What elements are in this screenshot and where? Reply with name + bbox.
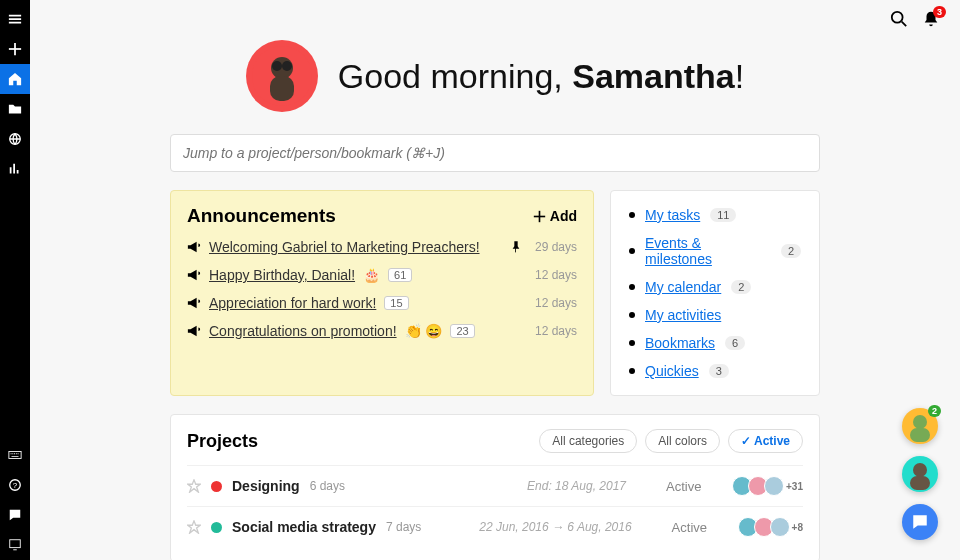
announcement-link[interactable]: Appreciation for hard work! — [209, 295, 376, 311]
emoji: 👏 😄 — [405, 323, 443, 339]
svg-point-9 — [272, 61, 282, 71]
fab-user-2[interactable] — [902, 456, 938, 492]
quicklink[interactable]: My calendar — [645, 279, 721, 295]
pin-icon — [511, 241, 521, 253]
project-color-dot — [211, 481, 222, 492]
floating-buttons: 2 — [902, 408, 938, 540]
announcements-panel: Announcements Add Welcoming Gabriel to M… — [170, 190, 594, 396]
fab-badge: 2 — [928, 405, 941, 417]
emoji: 🎂 — [363, 267, 380, 283]
quicklink[interactable]: Quickies — [645, 363, 699, 379]
svg-point-13 — [913, 463, 927, 477]
bullhorn-icon — [187, 240, 201, 254]
project-name: Designing — [232, 478, 300, 494]
announcement-link[interactable]: Congratulations on promotion! — [209, 323, 397, 339]
filter-colors[interactable]: All colors — [645, 429, 720, 453]
project-status: Active — [666, 479, 726, 494]
quicklink-item: Events & milestones2 — [629, 235, 801, 267]
project-date: 22 Jun, 2016 → 6 Aug, 2016 — [479, 520, 631, 534]
jump-input[interactable] — [170, 134, 820, 172]
quicklink-item: My calendar2 — [629, 279, 801, 295]
bullhorn-icon — [187, 296, 201, 310]
star-icon[interactable] — [187, 479, 201, 493]
projects-panel: Projects All categories All colors ✓Acti… — [170, 414, 820, 560]
quicklink[interactable]: Bookmarks — [645, 335, 715, 351]
svg-rect-1 — [9, 452, 21, 459]
quicklink[interactable]: My activities — [645, 307, 721, 323]
project-age: 6 days — [310, 479, 345, 493]
project-members: +8 — [742, 517, 803, 537]
count-badge: 61 — [388, 268, 412, 282]
announcement-days: 12 days — [535, 296, 577, 310]
svg-rect-8 — [270, 76, 294, 101]
announcements-title: Announcements — [187, 205, 336, 227]
project-date: End: 18 Aug, 2017 — [527, 479, 626, 493]
quicklink-count: 6 — [725, 336, 745, 350]
member-overflow: +31 — [786, 481, 803, 492]
announcement-item: Happy Birthday, Danial! 🎂 6112 days — [187, 267, 577, 283]
announcement-link[interactable]: Welcoming Gabriel to Marketing Preachers… — [209, 239, 480, 255]
add-announcement-button[interactable]: Add — [533, 208, 577, 224]
quicklink-item: Quickies3 — [629, 363, 801, 379]
announcement-days: 29 days — [535, 240, 577, 254]
greeting-prefix: Good morning, — [338, 57, 572, 95]
member-overflow: +8 — [792, 522, 803, 533]
help-icon[interactable]: ? — [0, 470, 30, 500]
quicklink-item: My activities — [629, 307, 801, 323]
menu-icon[interactable] — [0, 4, 30, 34]
svg-point-10 — [282, 61, 292, 71]
greeting-suffix: ! — [735, 57, 744, 95]
star-icon[interactable] — [187, 520, 201, 534]
announcement-days: 12 days — [535, 324, 577, 338]
desktop-icon[interactable] — [0, 530, 30, 560]
announcement-link[interactable]: Happy Birthday, Danial! — [209, 267, 355, 283]
svg-rect-12 — [910, 428, 930, 442]
fab-chat[interactable] — [902, 504, 938, 540]
quicklink-item: My tasks11 — [629, 207, 801, 223]
home-icon[interactable] — [0, 64, 30, 94]
sidebar: ? — [0, 0, 30, 560]
bullhorn-icon — [187, 324, 201, 338]
filter-categories[interactable]: All categories — [539, 429, 637, 453]
count-badge: 23 — [450, 324, 474, 338]
add-label: Add — [550, 208, 577, 224]
quicklink-count: 3 — [709, 364, 729, 378]
add-icon[interactable] — [0, 34, 30, 64]
filter-active-label: Active — [754, 434, 790, 448]
quicklink-item: Bookmarks6 — [629, 335, 801, 351]
quicklink-count: 11 — [710, 208, 736, 222]
quicklink[interactable]: My tasks — [645, 207, 700, 223]
svg-point-11 — [913, 415, 927, 429]
project-members: +31 — [736, 476, 803, 496]
announcement-item: Welcoming Gabriel to Marketing Preachers… — [187, 239, 577, 255]
member-avatar — [770, 517, 790, 537]
project-age: 7 days — [386, 520, 421, 534]
member-avatar — [764, 476, 784, 496]
quicklinks-panel: My tasks11Events & milestones2My calenda… — [610, 190, 820, 396]
quicklink-count: 2 — [781, 244, 801, 258]
announcement-item: Appreciation for hard work! 1512 days — [187, 295, 577, 311]
projects-title: Projects — [187, 431, 258, 452]
chat-icon[interactable] — [0, 500, 30, 530]
greeting-name: Samantha — [572, 57, 735, 95]
project-row[interactable]: Social media strategy7 days22 Jun, 2016 … — [187, 506, 803, 547]
greeting-text: Good morning, Samantha! — [338, 57, 744, 96]
greeting: Good morning, Samantha! — [50, 40, 940, 112]
chart-icon[interactable] — [0, 154, 30, 184]
announcement-item: Congratulations on promotion! 👏 😄 2312 d… — [187, 323, 577, 339]
filter-active[interactable]: ✓Active — [728, 429, 803, 453]
folder-icon[interactable] — [0, 94, 30, 124]
project-status: Active — [672, 520, 732, 535]
project-name: Social media strategy — [232, 519, 376, 535]
globe-icon[interactable] — [0, 124, 30, 154]
project-row[interactable]: Designing6 daysEnd: 18 Aug, 2017Active+3… — [187, 465, 803, 506]
count-badge: 15 — [384, 296, 408, 310]
announcement-days: 12 days — [535, 268, 577, 282]
user-avatar[interactable] — [246, 40, 318, 112]
project-color-dot — [211, 522, 222, 533]
quicklink[interactable]: Events & milestones — [645, 235, 771, 267]
svg-rect-4 — [10, 540, 21, 548]
fab-user-1[interactable]: 2 — [902, 408, 938, 444]
bullhorn-icon — [187, 268, 201, 282]
keyboard-icon[interactable] — [0, 440, 30, 470]
